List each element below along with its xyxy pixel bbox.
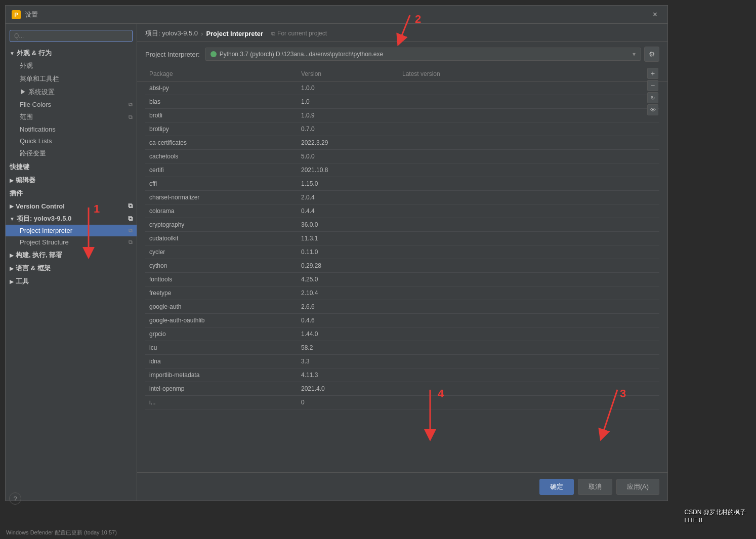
col-header-version: Version xyxy=(297,67,398,81)
pkg-version: 0.4.6 xyxy=(297,315,398,325)
table-row[interactable]: cryptography 36.0.0 xyxy=(145,218,659,232)
copy-icon-2: ⧉ xyxy=(129,114,133,120)
sidebar-item-scope[interactable]: 范围⧉ xyxy=(6,110,137,123)
table-row[interactable]: cycler 0.11.0 xyxy=(145,245,659,259)
pkg-name: cython xyxy=(145,261,297,271)
pkg-version: 1.0.9 xyxy=(297,110,398,120)
spinner-icon: ↻ xyxy=(647,92,658,103)
sidebar-section-plugins[interactable]: 插件 xyxy=(6,186,137,199)
close-button[interactable]: × xyxy=(649,8,661,21)
table-row[interactable]: brotlipy 0.7.0 xyxy=(145,122,659,136)
table-row[interactable]: certifi 2021.10.8 xyxy=(145,163,659,177)
sidebar-item-file-colors[interactable]: File Colors⧉ xyxy=(6,99,137,110)
table-row[interactable]: i... 0 xyxy=(145,396,659,409)
pkg-name: cffi xyxy=(145,179,297,189)
pkg-name: absl-py xyxy=(145,83,297,93)
plugins-label: 插件 xyxy=(10,189,23,198)
project-interpreter-label: Project Interpreter xyxy=(20,227,72,234)
interpreter-select[interactable]: Python 3.7 (pytorch) D:\123ana...da\envs… xyxy=(205,48,641,61)
table-row[interactable]: fonttools 4.25.0 xyxy=(145,273,659,286)
table-row[interactable]: cudatoolkit 11.3.1 xyxy=(145,232,659,245)
remove-package-button[interactable]: − xyxy=(647,80,658,91)
sidebar-item-system[interactable]: ▶ 系统设置 xyxy=(6,86,137,99)
status-bar: Windows Defender 配置已更新 (today 10:57) xyxy=(0,526,756,539)
editor-arrow: ▶ xyxy=(10,178,14,183)
search-input[interactable] xyxy=(14,32,128,39)
sidebar-item-notifications[interactable]: Notifications xyxy=(6,123,137,135)
status-text: Windows Defender 配置已更新 (today 10:57) xyxy=(6,529,117,536)
sidebar-item-quick-lists[interactable]: Quick Lists xyxy=(6,135,137,147)
pkg-name: brotlipy xyxy=(145,124,297,134)
interpreter-value: Python 3.7 (pytorch) D:\123ana...da\envs… xyxy=(220,51,629,58)
col-header-latest: Latest version xyxy=(398,67,639,81)
table-row[interactable]: brotli 1.0.9 xyxy=(145,109,659,122)
settings-window: P 设置 × ▼ 外观 & 行为 外观 菜单和工具栏 ▶ 系统设置 File C… xyxy=(5,5,668,501)
sidebar-section-keymap[interactable]: 快捷键 xyxy=(6,160,137,173)
cancel-button[interactable]: 取消 xyxy=(578,479,612,495)
pkg-version: 0 xyxy=(297,397,398,407)
vc-arrow: ▶ xyxy=(10,203,14,209)
table-row[interactable]: colorama 0.4.4 xyxy=(145,204,659,218)
add-package-button[interactable]: + xyxy=(647,68,658,79)
pkg-latest xyxy=(398,165,659,175)
sidebar-item-menus[interactable]: 菜单和工具栏 xyxy=(6,72,137,86)
table-row[interactable]: blas 1.0 xyxy=(145,95,659,109)
pkg-version: 1.44.0 xyxy=(297,329,398,339)
sidebar-section-editor[interactable]: ▶ 编辑器 xyxy=(6,173,137,186)
pkg-version: 1.0 xyxy=(297,97,398,107)
table-row[interactable]: google-auth-oauthlib 0.4.6 xyxy=(145,314,659,327)
sidebar-section-vc[interactable]: ▶ Version Control ⧉ xyxy=(6,199,137,212)
search-box[interactable] xyxy=(10,30,133,42)
table-row[interactable]: charset-normalizer 2.0.4 xyxy=(145,191,659,204)
sidebar-section-project[interactable]: ▼ 项目: yolov3-9.5.0 ⧉ xyxy=(6,212,137,225)
pkg-version: 36.0.0 xyxy=(297,220,398,230)
bottom-bar: 确定 取消 应用(A) xyxy=(137,472,667,501)
table-row[interactable]: cachetools 5.0.0 xyxy=(145,150,659,163)
eye-icon[interactable]: 👁 xyxy=(647,104,658,115)
sidebar-item-appearance[interactable]: 外观 xyxy=(6,59,137,72)
table-row[interactable]: cython 0.29.28 xyxy=(145,259,659,273)
pkg-latest xyxy=(398,343,659,353)
pkg-version: 58.2 xyxy=(297,343,398,353)
pkg-name: i... xyxy=(145,397,297,407)
pkg-version: 2.6.6 xyxy=(297,302,398,312)
for-project-badge: ⧉ For current project xyxy=(271,30,327,37)
sidebar-section-build[interactable]: ▶ 构建, 执行, 部署 xyxy=(6,248,137,261)
pkg-name: fonttools xyxy=(145,274,297,284)
apply-button[interactable]: 应用(A) xyxy=(616,479,659,495)
pkg-version: 0.11.0 xyxy=(297,247,398,257)
pkg-latest xyxy=(398,329,659,339)
pi-copy-icon: ⧉ xyxy=(129,227,133,234)
pkg-latest xyxy=(398,233,659,243)
lang-label: 语言 & 框架 xyxy=(16,264,51,273)
table-row[interactable]: absl-py 1.0.0 xyxy=(145,81,659,95)
pkg-name: idna xyxy=(145,356,297,366)
sidebar-item-project-structure[interactable]: Project Structure ⧉ xyxy=(6,236,137,248)
sidebar-section-languages[interactable]: ▶ 语言 & 框架 xyxy=(6,261,137,274)
interpreter-gear-button[interactable]: ⚙ xyxy=(644,47,659,62)
table-row[interactable]: freetype 2.10.4 xyxy=(145,286,659,300)
sidebar-section-tools[interactable]: ▶ 工具 xyxy=(6,274,137,287)
table-row[interactable]: intel-openmp 2021.4.0 xyxy=(145,382,659,396)
table-row[interactable]: icu 58.2 xyxy=(145,341,659,355)
table-row[interactable]: google-auth 2.6.6 xyxy=(145,300,659,314)
watermark-line2: LITE 8 xyxy=(684,517,746,524)
sidebar-section-appearance[interactable]: ▼ 外观 & 行为 xyxy=(6,46,137,59)
table-row[interactable]: importlib-metadata 4.11.3 xyxy=(145,368,659,382)
project-label: 项目: yolov3-9.5.0 xyxy=(17,214,71,223)
pkg-latest xyxy=(398,151,659,161)
ok-button[interactable]: 确定 xyxy=(539,479,574,495)
help-button[interactable]: ? xyxy=(9,492,21,505)
sidebar-item-project-interpreter[interactable]: Project Interpreter ⧉ xyxy=(6,225,137,236)
table-row[interactable]: cffi 1.15.0 xyxy=(145,177,659,191)
build-arrow: ▶ xyxy=(10,253,14,258)
table-row[interactable]: grpcio 1.44.0 xyxy=(145,327,659,341)
pkg-latest xyxy=(398,110,659,120)
pkg-latest xyxy=(398,124,659,134)
table-row[interactable]: ca-certificates 2022.3.29 xyxy=(145,136,659,150)
sidebar-item-path-vars[interactable]: 路径变量 xyxy=(6,147,137,160)
pkg-version: 2.10.4 xyxy=(297,288,398,298)
package-table-container: Package Version Latest version + − ↻ 👁 a… xyxy=(137,67,667,472)
table-row[interactable]: idna 3.3 xyxy=(145,355,659,368)
watermark-line1: CSDN @罗北村的枫子 xyxy=(684,508,746,517)
